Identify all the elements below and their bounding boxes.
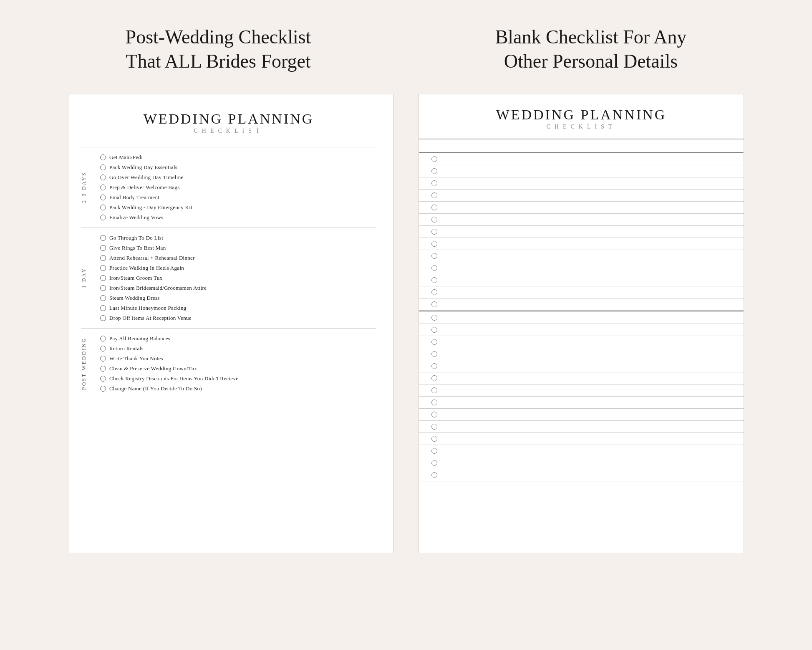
- list-item: Check Registry Discounts For Items You D…: [100, 375, 376, 382]
- blank-row: [419, 153, 744, 165]
- checkbox-icon: [100, 376, 106, 382]
- blank-row: [419, 433, 744, 445]
- blank-row: [419, 324, 744, 336]
- blank-row: [419, 226, 744, 238]
- blank-row: [419, 274, 744, 286]
- blank-checkbox-icon: [431, 424, 437, 430]
- top-headings: Post-Wedding Checklist That ALL Brides F…: [33, 25, 779, 73]
- list-item: Give Rings To Best Man: [100, 245, 376, 251]
- blank-checkbox-icon: [431, 351, 437, 357]
- checkbox-icon: [100, 245, 106, 251]
- checkbox-icon: [100, 356, 106, 362]
- blank-row: [419, 202, 744, 214]
- list-item: Final Body Treatment: [100, 194, 376, 201]
- checkbox-icon: [100, 164, 106, 170]
- list-item: Go Through To Do List: [100, 235, 376, 241]
- checkbox-icon: [100, 305, 106, 311]
- blank-checkbox-icon: [431, 472, 437, 478]
- section-label-post-wedding: Post-Wedding: [81, 335, 93, 392]
- section-items-1-day: Go Through To Do List Give Rings To Best…: [100, 235, 376, 321]
- list-item: Iron/Steam Groom Tux: [100, 275, 376, 281]
- blank-row: [419, 384, 744, 397]
- blank-row: [419, 298, 744, 311]
- blank-checkbox-icon: [431, 168, 437, 174]
- list-item: Pay All Remaing Balances: [100, 335, 376, 342]
- blank-row: [419, 165, 744, 177]
- list-item: Go Over Wedding Day Timeline: [100, 174, 376, 181]
- checkbox-icon: [100, 195, 106, 200]
- blank-row: [419, 214, 744, 226]
- blank-checkbox-icon: [431, 436, 437, 442]
- right-card-sub-title: Checklist: [431, 124, 731, 130]
- blank-checkbox-icon: [431, 277, 437, 283]
- blank-checkbox-icon: [431, 387, 437, 393]
- checkbox-icon: [100, 154, 106, 160]
- blank-row: [419, 312, 744, 324]
- blank-row: [419, 372, 744, 384]
- left-card-main-title: Wedding Planning: [81, 111, 376, 127]
- list-item: Clean & Preserve Wedding Gown/Tux: [100, 365, 376, 372]
- blank-checkbox-icon: [431, 229, 437, 235]
- right-heading: Blank Checklist For Any Other Personal D…: [495, 25, 687, 73]
- list-item: Get Mani/Pedi: [100, 154, 376, 161]
- blank-row: [419, 250, 744, 262]
- checkbox-icon: [100, 175, 106, 180]
- left-checklist-card: Wedding Planning Checklist 2-3 Days Get …: [68, 94, 393, 553]
- left-card-sub-title: Checklist: [81, 128, 376, 134]
- checkbox-icon: [100, 285, 106, 291]
- blank-row: [419, 238, 744, 250]
- blank-checkbox-icon: [431, 375, 437, 381]
- blank-row: [419, 409, 744, 421]
- section-label-1-day: 1 Day: [81, 235, 93, 321]
- blank-checkbox-icon: [431, 339, 437, 345]
- blank-row: [419, 397, 744, 409]
- blank-bottom-section: [419, 311, 744, 481]
- blank-checkbox-icon: [431, 301, 437, 307]
- list-item: Write Thank You Notes: [100, 355, 376, 362]
- list-item: Finalize Wedding Vows: [100, 214, 376, 221]
- blank-checkbox-icon: [431, 180, 437, 186]
- list-item: Iron/Steam Bridesmaid/Groomsmen Attire: [100, 285, 376, 291]
- list-item: Steam Wedding Dress: [100, 295, 376, 301]
- blank-row: [419, 177, 744, 190]
- blank-row: [419, 348, 744, 360]
- blank-row: [419, 336, 744, 348]
- left-heading: Post-Wedding Checklist That ALL Brides F…: [126, 25, 311, 73]
- checkbox-icon: [100, 275, 106, 281]
- checkbox-icon: [100, 336, 106, 341]
- checkbox-icon: [100, 215, 106, 220]
- blank-row: [419, 421, 744, 433]
- right-blank-card: Wedding Planning Checklist: [419, 94, 744, 553]
- blank-checkbox-icon: [431, 460, 437, 466]
- section-post-wedding: Post-Wedding Pay All Remaing Balances Re…: [81, 328, 376, 399]
- checkbox-icon: [100, 346, 106, 352]
- blank-row: [419, 469, 744, 481]
- list-item: Change Name (if you decide to do so): [100, 385, 376, 392]
- blank-row: [419, 445, 744, 457]
- list-item: Return Rentals: [100, 345, 376, 352]
- section-items-post-wedding: Pay All Remaing Balances Return Rentals …: [100, 335, 376, 392]
- blank-checkbox-icon: [431, 315, 437, 321]
- list-item: Pack Wedding - Day Emergency Kit: [100, 204, 376, 211]
- left-card-title: Wedding Planning Checklist: [81, 111, 376, 134]
- list-item: Prep & Deliver Welcome Bags: [100, 184, 376, 191]
- blank-checkbox-icon: [431, 241, 437, 247]
- blank-row: [419, 286, 744, 298]
- blank-checkbox-icon: [431, 327, 437, 333]
- list-item: Practice Walking in Heels Again: [100, 265, 376, 271]
- cards-container: Wedding Planning Checklist 2-3 Days Get …: [33, 94, 779, 553]
- section-2-3-days: 2-3 Days Get Mani/Pedi Pack Wedding Day …: [81, 147, 376, 228]
- blank-row: [419, 457, 744, 469]
- checkbox-icon: [100, 235, 106, 241]
- checkbox-icon: [100, 205, 106, 210]
- checkbox-icon: [100, 315, 106, 321]
- list-item: Drop Off Items At Reception Venue: [100, 315, 376, 321]
- right-heading-text: Blank Checklist For Any Other Personal D…: [495, 25, 687, 73]
- blank-checkbox-icon: [431, 412, 437, 417]
- section-items-2-3-days: Get Mani/Pedi Pack Wedding Day Essential…: [100, 154, 376, 221]
- blank-row: [419, 360, 744, 372]
- blank-checkbox-icon: [431, 156, 437, 162]
- checkbox-icon: [100, 185, 106, 190]
- blank-top-section: [419, 152, 744, 311]
- section-label-2-3-days: 2-3 Days: [81, 154, 93, 221]
